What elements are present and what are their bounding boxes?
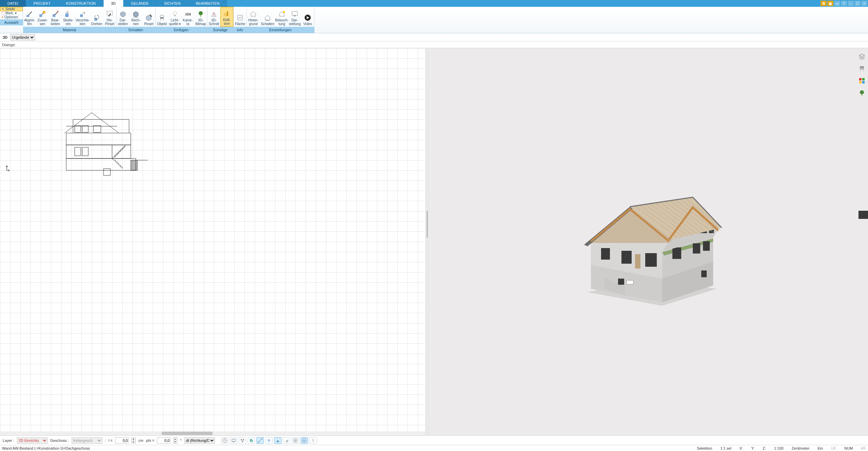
house-3d-model (567, 177, 730, 313)
objekt-button[interactable]: Objekt (156, 7, 168, 27)
scale-icon (64, 10, 72, 18)
marker-icon: ⬚ (1, 11, 4, 15)
phi-input[interactable] (157, 437, 170, 444)
north-icon[interactable]: N (301, 437, 308, 444)
darstellung-button[interactable]: Dar- stellung (288, 7, 301, 27)
l-input[interactable] (115, 437, 129, 444)
close-button[interactable]: × (861, 1, 867, 6)
svg-point-70 (313, 439, 313, 440)
schatten-button[interactable]: Schatten (260, 7, 275, 27)
grid-background (0, 48, 425, 435)
tab-gelaende[interactable]: GELÄNDE (124, 0, 157, 7)
svg-rect-1 (39, 14, 42, 17)
clipboard-icon[interactable]: ▣ (827, 1, 833, 6)
minimize-button[interactable]: – (848, 1, 854, 6)
tab-datei[interactable]: DATEI (0, 0, 26, 7)
phi-spinner[interactable]: ▴▾ (173, 437, 177, 444)
eyedropper-icon (25, 10, 34, 18)
optionen-tool[interactable]: + Optionen (0, 15, 23, 19)
tree-side-icon[interactable] (858, 89, 866, 97)
svg-rect-39 (672, 247, 681, 259)
bottom-toolbar: Layer : 2D Einrichtu Geschoss : Kellerge… (0, 435, 868, 445)
tool-icon[interactable]: ✖ (820, 1, 827, 6)
window-icon[interactable]: ▭ (834, 1, 840, 6)
palette-icon[interactable] (858, 77, 866, 85)
view-2d[interactable] (0, 48, 425, 435)
svg-point-21 (283, 11, 285, 13)
bulb-icon (171, 10, 179, 18)
house-bg-icon (249, 10, 257, 18)
dl-select[interactable]: dl (Richtung/Di (184, 437, 215, 444)
l-spinner[interactable]: ▴▾ (131, 437, 135, 444)
grid-toggle-icon[interactable] (292, 437, 299, 444)
tab-3d[interactable]: 3D (104, 0, 124, 7)
svg-rect-23 (294, 16, 296, 16)
kamera-button[interactable]: Kame- ra (181, 7, 194, 27)
drehen-button[interactable]: Drehen (90, 7, 103, 27)
zuweisen-button[interactable]: Zuwei- sen (36, 7, 49, 27)
brush-back-icon (106, 10, 114, 18)
kollision-button[interactable]: Kolli- sion (220, 7, 233, 27)
svg-rect-41 (703, 241, 710, 251)
scrollbar-horizontal[interactable] (0, 431, 425, 435)
darstellen-button[interactable]: Dar- stellen (116, 7, 129, 27)
verschieben-button[interactable]: Verschie- ben (75, 7, 90, 27)
lichtquelle-button[interactable]: Licht- quelle ▾ (168, 7, 181, 27)
copy-icon[interactable] (248, 437, 255, 444)
beleuchtung-button[interactable]: Beleuch- tung (275, 7, 288, 27)
layer-label: Layer : (3, 438, 14, 443)
svg-text:N: N (303, 439, 305, 442)
maximize-button[interactable]: ☐ (854, 1, 861, 6)
svg-point-63 (242, 441, 243, 442)
group-icon[interactable] (239, 437, 246, 444)
furniture-icon[interactable] (858, 64, 866, 73)
svg-rect-27 (82, 126, 88, 132)
selekt-tool[interactable]: ↖ Selekt (0, 7, 23, 11)
bearbeiten-button[interactable]: Bear- beiten (49, 7, 62, 27)
clock-icon[interactable] (221, 437, 229, 444)
group-material: Material (23, 27, 116, 33)
more-icon[interactable] (309, 437, 317, 444)
tab-bearbeiten[interactable]: BEARBEITEN (188, 0, 228, 7)
view-3d[interactable] (429, 48, 868, 435)
side-panel-handle[interactable] (858, 211, 868, 219)
svg-point-20 (265, 20, 270, 21)
gelaende-select[interactable]: Urgelände (10, 34, 35, 40)
layers-toggle-icon[interactable] (265, 437, 273, 444)
pane-splitter[interactable] (425, 48, 429, 435)
flaeche-button[interactable]: m²Fläche (234, 7, 247, 27)
snap-angle-icon[interactable] (256, 437, 264, 444)
abgreifen-button[interactable]: Abgrei- fen (23, 7, 36, 27)
svg-rect-54 (859, 81, 862, 83)
svg-rect-25 (66, 133, 131, 145)
cube-icon (119, 10, 127, 18)
schnitt3d-button[interactable]: 3D- Schnitt (207, 7, 220, 27)
deg-label: ° (180, 438, 181, 443)
layers-icon[interactable] (858, 52, 866, 60)
camera-icon (184, 10, 192, 18)
layer-select[interactable]: 2D Einrichtu (17, 437, 48, 444)
eraser-icon[interactable] (283, 437, 290, 444)
tab-sichten[interactable]: SICHTEN (157, 0, 188, 7)
snap-plane-icon[interactable] (274, 437, 282, 444)
area-icon: m² (236, 14, 244, 22)
chevron-down-icon: ▾ (15, 11, 17, 15)
view-selector-bar: 3D Urgelände (0, 33, 868, 41)
rechnen-button[interactable]: Rech- nen (129, 7, 142, 27)
svg-point-72 (313, 441, 313, 442)
skalieren-button[interactable]: Skalie- ren (62, 7, 75, 27)
mark-tool[interactable]: ⬚ Mark. ▾ (0, 11, 23, 15)
pinsel-button[interactable]: Pinsel (142, 7, 155, 27)
screen-icon[interactable] (230, 437, 237, 444)
video-button[interactable]: Video (301, 7, 314, 27)
group-einfuegen: Einfügen (156, 27, 207, 33)
bitmap3d-button[interactable]: 3D- Bitmap (194, 7, 207, 27)
tree-icon (197, 10, 205, 18)
geschoss-select[interactable]: Kellergesch (72, 437, 102, 444)
tab-projekt[interactable]: PROJEKT (26, 0, 59, 7)
svg-rect-65 (251, 440, 253, 442)
hinpinsel-button[interactable]: Hin. Pinsel (103, 7, 116, 27)
tab-konstruktion[interactable]: KONSTRUKTION (58, 0, 103, 7)
hintergrund-button[interactable]: Hinter- grund (247, 7, 260, 27)
help-icon[interactable]: ? (841, 1, 847, 6)
